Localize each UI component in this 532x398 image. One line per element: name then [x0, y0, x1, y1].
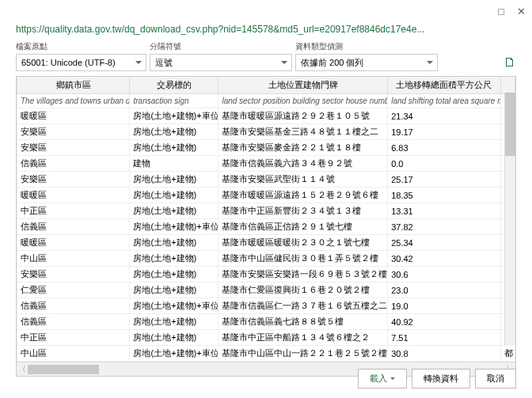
sub-header-cell: land shifting total area square meter [388, 94, 500, 108]
toolbar: 檔案原點 65001: Unicode (UTF-8) 分隔符號 逗號 資料類型… [0, 41, 532, 76]
cell: 7.51 [388, 330, 500, 346]
cell: 房地(土地+建物) [130, 314, 218, 330]
cell: 房地(土地+建物) [130, 203, 218, 219]
cell: 基隆市暖暖區源遠路１５２巷２９號６樓 [218, 188, 388, 203]
table-row[interactable]: 安樂區房地(土地+建物)基隆市安樂區安樂路一段６９巷５３號２樓30.6都 [17, 267, 515, 282]
cell: 40.92 [388, 314, 500, 330]
cell: 18.35 [388, 188, 500, 203]
close-icon[interactable]: ✕ [517, 6, 526, 17]
table-row[interactable]: 安樂區房地(土地+建物)基隆市安樂區麥金路２２１號１８樓6.83都 [17, 140, 515, 156]
cell: 中正區 [17, 203, 130, 219]
vertical-scrollbar[interactable] [504, 93, 515, 346]
cell: 基隆市安樂區基金三路４８號１１樓之二 [218, 124, 388, 140]
table-row[interactable]: 中山區房地(土地+建物)基隆市中山區健民街３０巷１弄５號２樓30.42都 [17, 251, 515, 267]
cell: 信義區 [17, 156, 130, 172]
table-row[interactable]: 中正區房地(土地+建物)基隆市中正區新豐街２３４號１３樓13.31都 [17, 203, 515, 219]
cell: 安樂區 [17, 140, 130, 156]
column-header[interactable] [500, 77, 515, 94]
cell: 信義區 [17, 314, 130, 330]
load-button[interactable]: 載入 [358, 369, 407, 389]
cell: 房地(土地+建物)+車位 [130, 219, 218, 235]
data-type-select[interactable]: 依據前 200 個列 [295, 54, 438, 71]
cell: 都 [500, 346, 515, 362]
sub-header-cell: transaction sign [130, 94, 218, 108]
cell: 安樂區 [17, 172, 130, 188]
cell: 基隆市安樂區麥金路２２１號１８樓 [218, 140, 388, 156]
cell: 基隆市安樂區安樂路一段６９巷５３號２樓 [218, 267, 388, 282]
table-row[interactable]: 暖暖區房地(土地+建物)+車位基隆市暖暖區源遠路２９２巷１０５號21.34都 [17, 108, 515, 124]
cell: 25.34 [388, 235, 500, 251]
cell: 中山區 [17, 251, 130, 267]
sub-header-cell: land sector position building sector hou… [218, 94, 388, 108]
delimiter-label: 分隔符號 [150, 41, 292, 52]
chevron-down-icon [390, 377, 395, 382]
cell: 30.42 [388, 251, 500, 267]
cell: 基隆市中山區中山一路２２１巷２５號２樓 [218, 346, 388, 362]
cell: 房地(土地+建物)+車位 [130, 346, 218, 362]
cell: 30.6 [388, 267, 500, 282]
cell: 基隆市暖暖區源遠路２９２巷１０５號 [218, 108, 388, 124]
refresh-icon[interactable]: 🗋 [504, 55, 516, 71]
cancel-button[interactable]: 取消 [475, 369, 516, 389]
cell: 建物 [130, 156, 218, 172]
table-row[interactable]: 中山區房地(土地+建物)+車位基隆市中山區中山一路２２１巷２５號２樓30.8都 [17, 346, 515, 362]
cell: 基隆市暖暖區暖暖街２３０之１號七樓 [218, 235, 388, 251]
table-row[interactable]: 信義區建物基隆市信義區義六路３４巷９２號0.0都 [17, 156, 515, 172]
cell: 基隆市中正區中船路１３４號６樓之２ [218, 330, 388, 346]
file-origin-select[interactable]: 65001: Unicode (UTF-8) [16, 54, 146, 71]
cell: 信義區 [17, 219, 130, 235]
cell: 房地(土地+建物) [130, 282, 218, 298]
cell: 基隆市信義區正信路２９１號七樓 [218, 219, 388, 235]
table-row[interactable]: 中正區房地(土地+建物)基隆市中正區中船路１３４號６樓之２7.51都 [17, 330, 515, 346]
cell: 基隆市信義區義七路８８號５樓 [218, 314, 388, 330]
cell: 房地(土地+建物) [130, 140, 218, 156]
scroll-left-icon[interactable]: 〈 [18, 364, 26, 375]
table-row[interactable]: 信義區房地(土地+建物)基隆市信義區義七路８８號５樓40.92都 [17, 314, 515, 330]
cell: 房地(土地+建物) [130, 188, 218, 203]
transform-button[interactable]: 轉換資料 [412, 369, 470, 389]
cell: 房地(土地+建物) [130, 267, 218, 282]
cell: 房地(土地+建物) [130, 235, 218, 251]
delimiter-select[interactable]: 逗號 [150, 54, 292, 71]
cell: 25.17 [388, 172, 500, 188]
column-header[interactable]: 鄉鎮市區 [17, 77, 130, 94]
url-label: https://quality.data.gov.tw/dq_download_… [0, 22, 532, 41]
cell: 安樂區 [17, 267, 130, 282]
column-header[interactable]: 土地移轉總面積平方公尺 [388, 77, 500, 94]
table-row[interactable]: 安樂區房地(土地+建物)基隆市安樂區武聖街１１４號25.17都 [17, 172, 515, 188]
table-row[interactable]: 安樂區房地(土地+建物)基隆市安樂區基金三路４８號１１樓之二19.17都 [17, 124, 515, 140]
cell: 基隆市信義區仁一路３７巷１６號五樓之二 [218, 298, 388, 314]
table-row[interactable]: 仁愛區房地(土地+建物)基隆市仁愛區復興街１６巷２０號２樓23.0都 [17, 282, 515, 298]
cell: 房地(土地+建物)+車位 [130, 108, 218, 124]
cell: 21.34 [388, 108, 500, 124]
cell: 中正區 [17, 330, 130, 346]
maximize-icon[interactable]: □ [498, 6, 504, 17]
cell: 安樂區 [17, 124, 130, 140]
cell: 37.82 [388, 219, 500, 235]
cell: 暖暖區 [17, 108, 130, 124]
cell: 中山區 [17, 346, 130, 362]
cell: 仁愛區 [17, 282, 130, 298]
cell: 基隆市中山區健民街３０巷１弄５號２樓 [218, 251, 388, 267]
cell: 信義區 [17, 298, 130, 314]
cell: 30.8 [388, 346, 500, 362]
cell: 23.0 [388, 282, 500, 298]
cell: 基隆市信義區義六路３４巷９２號 [218, 156, 388, 172]
column-header[interactable]: 交易標的 [130, 77, 218, 94]
cell: 房地(土地+建物) [130, 172, 218, 188]
cell: 暖暖區 [17, 188, 130, 203]
cell: 6.83 [388, 140, 500, 156]
sub-header-cell: The villages and towns urban district [17, 94, 130, 108]
cell: 19.17 [388, 124, 500, 140]
cell: 房地(土地+建物)+車位 [130, 298, 218, 314]
cell: 基隆市安樂區武聖街１１４號 [218, 172, 388, 188]
cell: 基隆市仁愛區復興街１６巷２０號２樓 [218, 282, 388, 298]
table-row[interactable]: 暖暖區房地(土地+建物)基隆市暖暖區暖暖街２３０之１號七樓25.34都 [17, 235, 515, 251]
cell: 19.0 [388, 298, 500, 314]
cell: 0.0 [388, 156, 500, 172]
table-row[interactable]: 信義區房地(土地+建物)+車位基隆市信義區正信路２９１號七樓37.82都 [17, 219, 515, 235]
column-header[interactable]: 土地位置建物門牌 [218, 77, 388, 94]
table-row[interactable]: 信義區房地(土地+建物)+車位基隆市信義區仁一路３７巷１６號五樓之二19.0都 [17, 298, 515, 314]
cell: 房地(土地+建物) [130, 124, 218, 140]
table-row[interactable]: 暖暖區房地(土地+建物)基隆市暖暖區源遠路１５２巷２９號６樓18.35都 [17, 188, 515, 203]
